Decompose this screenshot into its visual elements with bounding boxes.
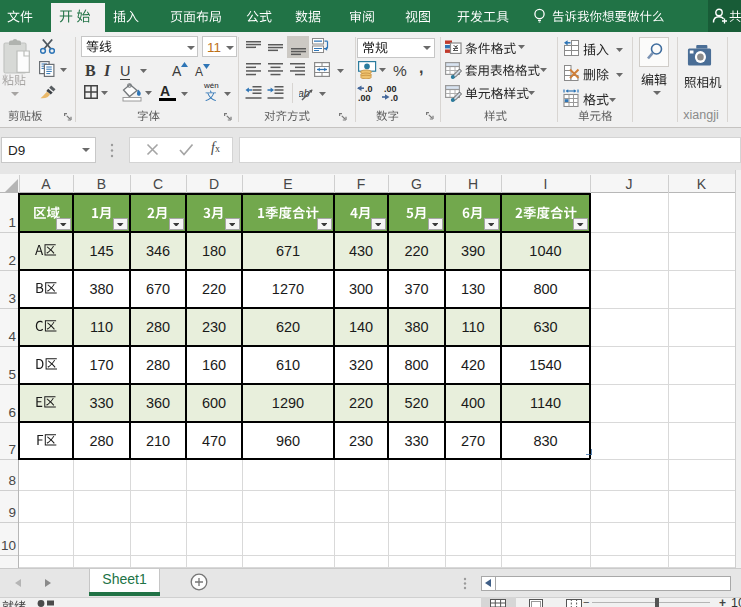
svg-text:.00: .00 [358, 93, 371, 102]
svg-text:.0: .0 [391, 93, 399, 102]
